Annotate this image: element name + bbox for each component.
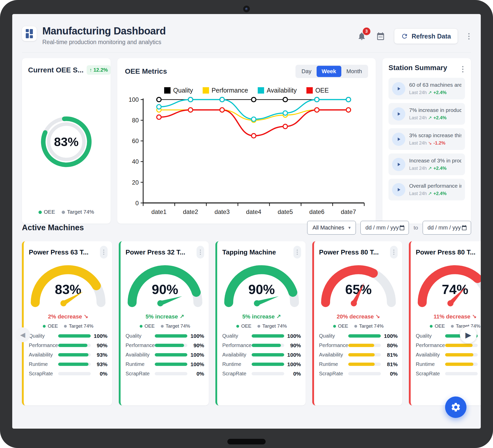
home-indicator[interactable] (227, 439, 266, 444)
metric-bar-track (155, 344, 187, 347)
machine-metrics: Quality100%Performance90%Availability100… (222, 333, 301, 377)
metric-row: ScrapRate0% (29, 371, 108, 377)
metric-bar-fill (155, 334, 187, 338)
metric-row: Runtime87% (416, 361, 481, 367)
machine-menu-button[interactable] (390, 246, 398, 259)
machine-card: Power Press 32 T...90%5% increase ↗OEETa… (119, 241, 209, 405)
calendar-icon (399, 225, 405, 231)
settings-fab[interactable] (445, 396, 466, 418)
oee-legend-dot (333, 325, 336, 328)
metric-label: Availability (126, 352, 155, 358)
screen: Manufacturing Dashboard Real-time produc… (12, 14, 481, 429)
station-summary-item[interactable]: 60 of 63 machines are w...Last 24h ↗+2.4… (388, 78, 465, 99)
metric-bar-fill (155, 353, 187, 356)
trend-arrow-icon: ↗ (428, 90, 432, 95)
chart-legend: QualityPerformanceAvailabilityOEE (125, 87, 368, 94)
metric-label: ScrapRate (222, 371, 252, 377)
svg-text:80: 80 (132, 117, 139, 124)
metric-row: Availability100% (222, 352, 301, 358)
oee-gauge: 90% (126, 261, 204, 310)
date-to-input[interactable]: dd / mm / yyy (423, 221, 471, 235)
machine-menu-button[interactable] (293, 246, 301, 259)
calendar-button[interactable] (376, 32, 385, 41)
play-icon (392, 133, 405, 146)
metric-row: ScrapRate0% (126, 371, 204, 377)
oee-legend-dot (43, 325, 46, 328)
metric-value: 80% (381, 342, 398, 349)
metric-value: 87% (478, 361, 481, 367)
machine-menu-button[interactable] (100, 246, 108, 259)
page-title: Manufacturing Dashboard (42, 25, 166, 37)
station-summary-list: 60 of 63 machines are w...Last 24h ↗+2.4… (388, 78, 465, 200)
metric-label: ScrapRate (126, 371, 155, 377)
notifications-button[interactable]: 3 (357, 31, 367, 41)
metric-bar-track (252, 344, 284, 347)
range-option-month[interactable]: Month (341, 66, 367, 77)
metric-row: ScrapRate0% (319, 371, 398, 377)
metric-label: Runtime (222, 361, 252, 367)
machine-filter-select[interactable]: All Machines ▾ (307, 221, 356, 235)
metric-bar-fill (58, 363, 88, 366)
metric-value: 0% (187, 371, 204, 377)
station-summary-menu-button[interactable] (461, 66, 465, 73)
metric-label: Performance (222, 342, 252, 348)
station-summary-item[interactable]: Overall performance inc...Last 24h ↗+2.4… (388, 179, 465, 200)
metric-value: 100% (284, 361, 301, 367)
metric-label: Runtime (416, 361, 445, 367)
station-summary-item[interactable]: 7% increase in productiv...Last 24h ↗+2.… (388, 103, 465, 125)
metric-bar-fill (58, 334, 91, 338)
metric-value: 100% (187, 352, 204, 358)
metric-value: 90% (284, 342, 301, 349)
oee-legend-dot (140, 325, 142, 328)
header-menu-button[interactable] (467, 33, 471, 40)
metric-label: Availability (416, 352, 445, 358)
metric-bar-fill (348, 363, 375, 366)
oee-metrics-chart: 020406080100date1date2date3date4date5dat… (125, 95, 368, 219)
metric-label: Runtime (319, 361, 348, 367)
station-item-meta: Last 24h ↗+2.4% (409, 191, 461, 196)
metric-bar-track (445, 363, 478, 366)
metric-bar-fill (348, 353, 375, 356)
metric-bar-fill (252, 344, 281, 347)
metric-label: Availability (29, 352, 58, 358)
range-option-day[interactable]: Day (296, 66, 317, 77)
metric-row: Performance80% (319, 342, 398, 349)
svg-text:0: 0 (135, 200, 139, 207)
play-icon (392, 82, 405, 95)
station-summary-item[interactable]: 3% scrap increase this ...Last 24h ↘-1.2… (388, 128, 465, 150)
metric-bar-fill (445, 363, 473, 366)
metric-label: ScrapRate (416, 371, 445, 377)
trend-arrow-icon: ↘ (375, 313, 380, 320)
metric-row: Quality100% (222, 333, 301, 339)
refresh-data-button[interactable]: Refresh Data (394, 29, 458, 44)
carousel-prev-button[interactable]: ◀ (15, 327, 30, 342)
page-header: Manufacturing Dashboard Real-time produc… (22, 14, 471, 46)
target-legend-dot (62, 211, 65, 214)
metric-value: 100% (381, 333, 398, 339)
machine-change: 11% decrease ↘ (416, 313, 481, 320)
date-from-input[interactable]: dd / mm / yyy (360, 221, 409, 235)
metric-row: Runtime93% (29, 361, 108, 367)
carousel-next-button[interactable]: ▶ (460, 326, 477, 343)
metric-value: 85% (478, 342, 481, 349)
range-option-week[interactable]: Week (317, 66, 341, 77)
station-item-text: Increase of 3% in produ... (409, 158, 461, 164)
machine-menu-button[interactable] (197, 246, 204, 259)
station-summary-item[interactable]: Increase of 3% in produ...Last 24h ↗+2.4… (388, 153, 465, 175)
machine-gauge-legend: OEETarget 74% (29, 323, 108, 329)
svg-text:date2: date2 (183, 208, 198, 215)
metric-row: Quality100% (319, 333, 398, 339)
machine-metrics: Quality100%Performance80%Availability81%… (319, 333, 398, 377)
metric-bar-track (252, 363, 284, 366)
metric-row: Performance90% (29, 342, 108, 349)
oee-gauge: 74% (416, 261, 481, 310)
current-oee-title: Current OEE S... (28, 66, 84, 74)
refresh-icon (401, 33, 408, 40)
app-logo-icon (22, 26, 37, 41)
metric-label: ScrapRate (29, 371, 58, 377)
machine-title: Power Press 80 T... (416, 248, 481, 256)
metric-label: Runtime (126, 361, 155, 367)
metric-label: Quality (222, 333, 252, 339)
station-item-meta: Last 24h ↗+2.4% (409, 115, 461, 121)
svg-text:date5: date5 (278, 208, 293, 215)
